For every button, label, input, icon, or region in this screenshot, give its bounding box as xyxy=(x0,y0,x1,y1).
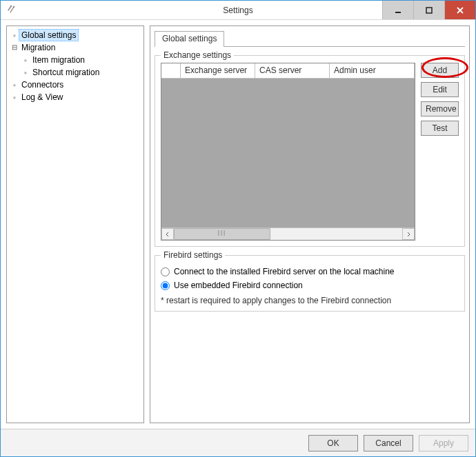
radio-installed[interactable] xyxy=(161,267,170,276)
bullet-icon: ● xyxy=(10,82,19,88)
grid-body[interactable] xyxy=(161,79,415,227)
firebird-option-embedded[interactable]: Use embedded Firebird connection xyxy=(161,281,459,290)
dialog-footer: OK Cancel Apply xyxy=(1,429,475,456)
svg-rect-3 xyxy=(426,8,432,13)
exchange-servers-grid[interactable]: Exchange server CAS server Admin user xyxy=(161,63,415,241)
settings-window: Settings ● Global settings ⊟ Migration xyxy=(0,0,476,457)
maximize-button[interactable] xyxy=(413,1,444,19)
tree-label: Item migration xyxy=(30,54,87,65)
firebird-option-installed[interactable]: Connect to the installed Firebird server… xyxy=(161,267,459,276)
radio-embedded[interactable] xyxy=(161,281,170,290)
test-button[interactable]: Test xyxy=(421,121,459,136)
column-header-cas[interactable]: CAS server xyxy=(255,63,330,78)
restart-note: * restart is required to apply changes t… xyxy=(161,296,459,305)
exchange-settings-group: Exchange settings Exchange server CAS se… xyxy=(155,55,465,247)
content-panel: Global settings Exchange settings Exchan… xyxy=(150,26,470,423)
tree-item-global[interactable]: ● Global settings xyxy=(8,29,142,41)
svg-point-0 xyxy=(13,6,14,8)
window-controls xyxy=(382,1,475,19)
collapse-icon[interactable]: ⊟ xyxy=(10,44,19,51)
remove-button[interactable]: Remove xyxy=(421,101,459,116)
tree-label: Shortcut migration xyxy=(30,67,101,78)
radio-label: Connect to the installed Firebird server… xyxy=(174,267,395,276)
tree-item-item-migration[interactable]: ● Item migration xyxy=(8,54,142,66)
maximize-icon xyxy=(425,6,433,14)
bullet-icon: ● xyxy=(21,70,30,76)
tree-label: Log & View xyxy=(19,92,66,103)
column-header-admin[interactable]: Admin user xyxy=(330,63,415,78)
chevron-right-icon xyxy=(406,232,411,237)
horizontal-scrollbar[interactable]: lll xyxy=(161,227,415,240)
close-button[interactable] xyxy=(444,1,475,19)
radio-label: Use embedded Firebird connection xyxy=(174,281,303,290)
group-title: Exchange settings xyxy=(161,50,234,60)
firebird-settings-group: Firebird settings Connect to the install… xyxy=(155,255,465,312)
tree-item-migration[interactable]: ⊟ Migration xyxy=(8,41,142,54)
bullet-icon: ● xyxy=(10,32,19,39)
grid-header: Exchange server CAS server Admin user xyxy=(161,63,415,79)
dialog-body: ● Global settings ⊟ Migration ● Item mig… xyxy=(1,20,475,429)
group-title: Firebird settings xyxy=(161,250,225,260)
tree-label: Global settings xyxy=(19,30,78,41)
tree-item-shortcut-migration[interactable]: ● Shortcut migration xyxy=(8,66,142,79)
column-header-server[interactable]: Exchange server xyxy=(181,63,255,78)
close-icon xyxy=(456,6,464,14)
scroll-right-button[interactable] xyxy=(402,228,415,240)
bullet-icon: ● xyxy=(10,94,19,101)
cancel-button[interactable]: Cancel xyxy=(364,435,413,451)
title-bar: Settings xyxy=(1,1,475,20)
bullet-icon: ● xyxy=(21,57,30,63)
app-icon xyxy=(5,3,17,16)
tree-item-log-view[interactable]: ● Log & View xyxy=(8,91,142,103)
tree-label: Migration xyxy=(19,42,57,53)
tree-label: Connectors xyxy=(19,79,66,90)
tab-strip: Global settings xyxy=(155,30,465,47)
nav-tree[interactable]: ● Global settings ⊟ Migration ● Item mig… xyxy=(6,26,144,423)
scroll-grip-icon: lll xyxy=(175,229,270,238)
add-button[interactable]: Add xyxy=(421,63,459,78)
edit-button[interactable]: Edit xyxy=(421,82,459,97)
exchange-button-column: Add Edit Remove Test xyxy=(421,63,459,241)
tab-global-settings[interactable]: Global settings xyxy=(155,31,224,47)
ok-button[interactable]: OK xyxy=(308,435,358,451)
window-title: Settings xyxy=(223,1,252,20)
minimize-icon xyxy=(394,6,402,14)
column-header-select[interactable] xyxy=(161,63,181,78)
chevron-left-icon xyxy=(165,232,170,237)
tree-item-connectors[interactable]: ● Connectors xyxy=(8,79,142,91)
scroll-thumb[interactable]: lll xyxy=(174,228,270,240)
minimize-button[interactable] xyxy=(382,1,413,19)
apply-button: Apply xyxy=(419,435,468,451)
scroll-left-button[interactable] xyxy=(161,228,174,240)
scroll-track[interactable]: lll xyxy=(174,228,402,240)
svg-point-1 xyxy=(10,6,12,7)
